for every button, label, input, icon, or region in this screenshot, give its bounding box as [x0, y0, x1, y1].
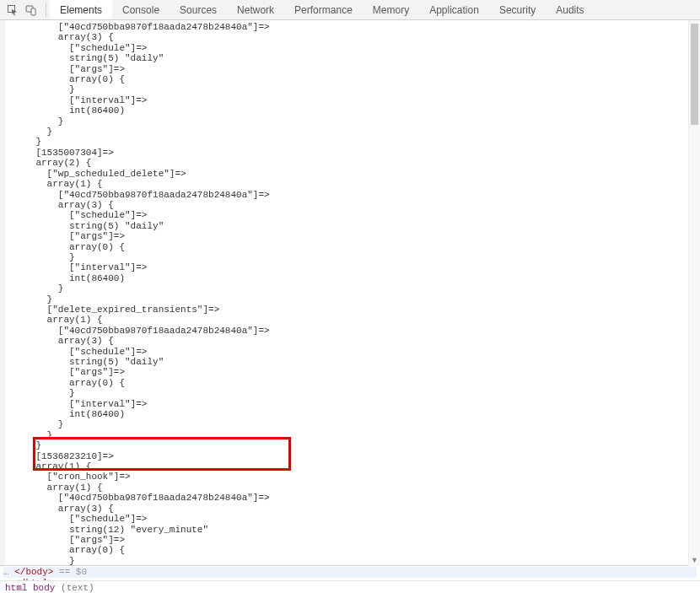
scroll-down-arrow-icon[interactable]: ▼: [689, 554, 700, 566]
tab-performance[interactable]: Performance: [284, 1, 363, 19]
elements-panel[interactable]: ["40cd750bba9870f18aada2478b24840a"]=> a…: [0, 20, 700, 565]
svg-rect-2: [31, 8, 35, 15]
tab-elements[interactable]: Elements: [50, 0, 112, 19]
tab-sources[interactable]: Sources: [170, 1, 227, 19]
tab-security[interactable]: Security: [489, 1, 546, 19]
toolbar-divider: [46, 3, 46, 17]
scrollbar-thumb[interactable]: [691, 24, 698, 125]
tab-console[interactable]: Console: [112, 1, 170, 19]
breadcrumb-body[interactable]: body: [33, 583, 55, 593]
tab-network[interactable]: Network: [227, 1, 284, 19]
breadcrumb[interactable]: html body (text): [0, 580, 700, 593]
device-toggle-icon[interactable]: [24, 3, 39, 18]
breadcrumb-html[interactable]: html: [5, 583, 27, 593]
tab-memory[interactable]: Memory: [363, 1, 419, 19]
tab-audits[interactable]: Audits: [546, 1, 594, 19]
selected-indicator: == $0: [59, 567, 87, 577]
selected-node-line[interactable]: … </body> == $0: [3, 567, 697, 578]
dom-text-node[interactable]: ["40cd750bba9870f18aada2478b24840a"]=> a…: [5, 20, 700, 565]
body-close-tag: </body>: [14, 567, 53, 577]
vertical-scrollbar[interactable]: ▲ ▼: [688, 20, 700, 566]
devtools-toolbar: Elements Console Sources Network Perform…: [0, 0, 700, 20]
ellipsis: …: [3, 567, 9, 577]
breadcrumb-text[interactable]: (text): [61, 583, 94, 593]
inspect-element-icon[interactable]: [5, 3, 20, 18]
tab-application[interactable]: Application: [419, 1, 489, 19]
